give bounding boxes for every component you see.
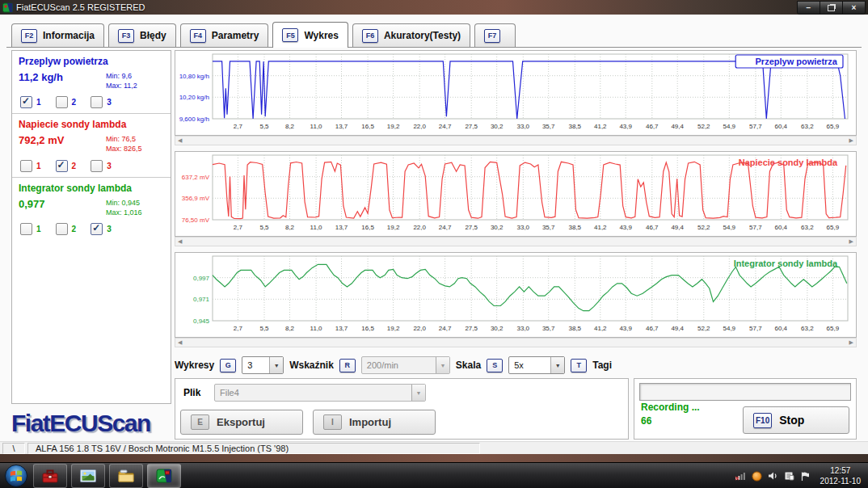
svg-text:24,7: 24,7 bbox=[439, 325, 452, 332]
network-icon[interactable] bbox=[735, 471, 746, 481]
svg-text:35,7: 35,7 bbox=[542, 224, 555, 231]
svg-text:43,9: 43,9 bbox=[619, 224, 632, 231]
svg-text:52,2: 52,2 bbox=[697, 325, 710, 332]
param-minmax: Min: 9,6Max: 11,2 bbox=[106, 71, 164, 90]
scroll-right-icon[interactable]: ▶ bbox=[849, 238, 853, 245]
volume-icon[interactable] bbox=[768, 471, 778, 481]
scroll-right-icon[interactable]: ▶ bbox=[849, 339, 853, 346]
param-channel-checkboxes: 1 2 3 bbox=[20, 96, 164, 108]
stop-button-label: Stop bbox=[779, 414, 804, 427]
chart-controls-row: Wykresy G 3 ▼ Wskaźnik R 200/min ▼ Skala… bbox=[175, 355, 857, 376]
antivirus-icon[interactable] bbox=[752, 471, 762, 482]
taskbar-photo-viewer-button[interactable] bbox=[71, 464, 105, 488]
channel-2-checkbox[interactable] bbox=[56, 96, 68, 108]
svg-text:13,7: 13,7 bbox=[335, 224, 348, 231]
restore-button[interactable] bbox=[820, 2, 843, 14]
svg-text:49,4: 49,4 bbox=[671, 123, 684, 130]
chart1-horizontal-scrollbar[interactable]: ◀ ▶ bbox=[175, 136, 857, 145]
svg-text:38,5: 38,5 bbox=[569, 224, 582, 231]
tab-bledy[interactable]: F3 Błędy bbox=[108, 23, 176, 47]
svg-text:41,2: 41,2 bbox=[594, 224, 607, 231]
scroll-left-icon[interactable]: ◀ bbox=[178, 137, 182, 144]
svg-text:19,2: 19,2 bbox=[387, 123, 400, 130]
channel-2-checkbox[interactable] bbox=[56, 160, 68, 172]
svg-text:16,5: 16,5 bbox=[361, 325, 374, 332]
fkey-badge: F2 bbox=[21, 29, 37, 43]
channel-3-checkbox[interactable] bbox=[91, 223, 103, 235]
svg-text:33,0: 33,0 bbox=[517, 123, 530, 130]
title-bar: FiatECUScan 2.5 REGISTERED − × bbox=[0, 0, 868, 15]
import-button[interactable]: I Importuj bbox=[313, 410, 436, 435]
system-tray: 12:57 2012-11-10 bbox=[735, 465, 868, 486]
tagi-label: Tagi bbox=[592, 360, 612, 371]
svg-text:57,7: 57,7 bbox=[749, 224, 762, 231]
svg-text:57,7: 57,7 bbox=[749, 325, 762, 332]
svg-text:43,9: 43,9 bbox=[619, 325, 632, 332]
svg-text:9,600 kg/h: 9,600 kg/h bbox=[179, 116, 209, 123]
scroll-left-icon[interactable]: ◀ bbox=[178, 339, 182, 346]
wskaznik-label: Wskaźnik bbox=[289, 360, 334, 371]
svg-text:13,7: 13,7 bbox=[335, 325, 348, 332]
tab-wykres[interactable]: F5 Wykres bbox=[272, 22, 348, 48]
taskbar-file-explorer-button[interactable] bbox=[109, 464, 143, 488]
param-name: Napiecie sondy lambda bbox=[19, 119, 164, 130]
taskbar-toolbox-app-button[interactable] bbox=[33, 464, 67, 488]
chart2-horizontal-scrollbar[interactable]: ◀ ▶ bbox=[175, 237, 857, 246]
file-select-value: File4 bbox=[220, 388, 239, 398]
wykresy-count-value: 3 bbox=[247, 360, 252, 370]
export-button[interactable]: E Eksportuj bbox=[180, 410, 303, 435]
status-cell-vehicle: ALFA 156 1.8 TS 16V / Bosch Motronic M1.… bbox=[27, 443, 480, 454]
taskbar-clock[interactable]: 12:57 2012-11-10 bbox=[820, 465, 861, 486]
svg-text:2,7: 2,7 bbox=[234, 325, 243, 332]
svg-text:33,0: 33,0 bbox=[517, 224, 530, 231]
close-button[interactable]: × bbox=[843, 2, 865, 14]
recording-status: Recording ... bbox=[641, 402, 700, 413]
flag-icon[interactable] bbox=[800, 471, 811, 482]
svg-text:27,5: 27,5 bbox=[465, 123, 478, 130]
svg-text:11,0: 11,0 bbox=[310, 224, 323, 231]
channel-3-checkbox[interactable] bbox=[91, 160, 103, 172]
wskaznik-value: 200/min bbox=[367, 360, 398, 370]
tab-akuratory-testy[interactable]: F6 Akuratory(Testy) bbox=[352, 23, 470, 47]
file-select[interactable]: File4 ▼ bbox=[214, 384, 426, 402]
skala-select[interactable]: 5x ▼ bbox=[508, 356, 565, 374]
svg-text:49,4: 49,4 bbox=[671, 325, 684, 332]
fiatecuscan-logo: FiatECUScan bbox=[11, 406, 171, 440]
channel-2-label: 2 bbox=[72, 162, 77, 170]
parameter-sidebar: Przeplyw powietrza 11,2 kg/h Min: 9,6Max… bbox=[11, 50, 171, 404]
svg-text:5,5: 5,5 bbox=[259, 224, 269, 231]
scroll-right-icon[interactable]: ▶ bbox=[849, 137, 853, 144]
import-button-label: Importuj bbox=[349, 416, 391, 428]
tab-parametry[interactable]: F4 Parametry bbox=[180, 23, 269, 47]
param-name: Integrator sondy lambda bbox=[19, 183, 164, 194]
svg-text:Przeplyw powietrza: Przeplyw powietrza bbox=[756, 57, 838, 66]
channel-3-checkbox[interactable] bbox=[91, 96, 103, 108]
stop-button[interactable]: F10 Stop bbox=[743, 406, 849, 434]
channel-1-label: 1 bbox=[36, 98, 41, 107]
fkey-badge: F6 bbox=[362, 29, 378, 43]
wykresy-count-select[interactable]: 3 ▼ bbox=[242, 356, 284, 374]
channel-2-checkbox[interactable] bbox=[56, 223, 68, 235]
param-channel-checkboxes: 1 2 3 bbox=[20, 223, 164, 235]
tagi-key-badge: T bbox=[571, 359, 587, 372]
minimize-button[interactable]: − bbox=[798, 2, 820, 14]
wskaznik-select[interactable]: 200/min ▼ bbox=[361, 356, 450, 374]
scroll-left-icon[interactable]: ◀ bbox=[178, 238, 182, 245]
param-przeplyw-powietrza: Przeplyw powietrza 11,2 kg/h Min: 9,6Max… bbox=[12, 51, 171, 114]
chart3-horizontal-scrollbar[interactable]: ◀ ▶ bbox=[175, 338, 857, 347]
svg-text:8,2: 8,2 bbox=[285, 123, 295, 130]
svg-text:35,7: 35,7 bbox=[542, 123, 555, 130]
tab-informacija[interactable]: F2 Informacija bbox=[11, 23, 104, 47]
channel-1-checkbox[interactable] bbox=[20, 160, 32, 172]
chevron-down-icon[interactable]: ▼ bbox=[269, 357, 283, 373]
start-button[interactable] bbox=[4, 464, 28, 488]
chevron-down-icon[interactable]: ▼ bbox=[550, 357, 564, 373]
taskbar-fiatecuscan-button[interactable] bbox=[147, 464, 181, 488]
tab-f7[interactable]: F7 bbox=[474, 23, 516, 47]
channel-1-checkbox[interactable] bbox=[20, 223, 32, 235]
channel-1-checkbox[interactable] bbox=[20, 96, 32, 108]
fkey-badge: F4 bbox=[190, 29, 206, 43]
notification-icon[interactable] bbox=[784, 471, 794, 481]
tab-label: Akuratory(Testy) bbox=[384, 30, 461, 41]
svg-text:5,5: 5,5 bbox=[259, 325, 269, 332]
